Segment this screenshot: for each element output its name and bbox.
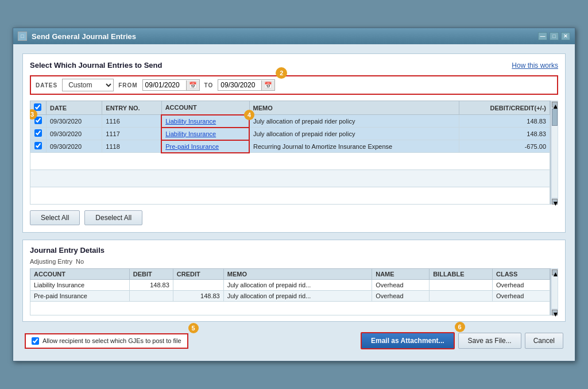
row3-checkbox[interactable]	[34, 142, 42, 149]
table-row-empty	[30, 187, 550, 205]
row1-check-cell: 3	[30, 115, 47, 128]
section-header: Select Which Journal Entries to Send How…	[30, 61, 558, 70]
detail-table: ACCOUNT DEBIT CREDIT MEMO NAME BILLABLE …	[30, 268, 550, 315]
cancel-button[interactable]: Cancel	[525, 333, 563, 349]
from-calendar-icon[interactable]: 📅	[186, 80, 199, 90]
row2-account-link[interactable]: Liability Insurance	[165, 130, 216, 137]
email-attachment-button[interactable]: Email as Attachment...	[361, 332, 455, 349]
bottom-bar: 5 Allow recipient to select which GJEs t…	[22, 329, 566, 352]
row3-entryno: 1118	[102, 140, 161, 153]
detail-row-empty	[30, 302, 550, 315]
col-account: ACCOUNT	[30, 269, 130, 280]
close-button[interactable]: ✕	[561, 32, 570, 40]
row3-date: 09/30/2020	[47, 140, 102, 153]
to-date-wrap: 📅 2	[218, 79, 275, 91]
bottom-buttons: 6 Email as Attachment... Save as File...…	[361, 332, 563, 349]
deselect-all-button[interactable]: Deselect All	[84, 210, 142, 225]
table-row-empty	[30, 153, 550, 170]
table-btn-row: Select All Deselect All	[30, 210, 558, 225]
col-debit-header: DEBIT/CREDIT(+/-)	[459, 101, 550, 115]
adj-value: No	[76, 258, 84, 265]
row2-entryno: 1117	[102, 128, 161, 140]
col-memo-header: MEMO	[249, 101, 459, 115]
date-type-select[interactable]: Custom	[62, 79, 114, 91]
allow-recipient-checkbox[interactable]	[32, 337, 39, 345]
allow-check-label: Allow recipient to select which GJEs to …	[42, 337, 181, 344]
from-date-wrap: 📅	[142, 79, 200, 91]
row1-account: Liability Insurance 4	[161, 115, 249, 128]
d-row1-memo: July allocation of prepaid rid...	[223, 280, 372, 291]
row2-checkbox[interactable]	[34, 129, 42, 137]
adj-entry-row: Adjusting Entry No	[30, 258, 558, 265]
badge-4: 4	[244, 110, 254, 120]
details-section: Journal Entry Details Adjusting Entry No…	[22, 240, 566, 322]
d-row2-billable	[430, 291, 493, 302]
detail-scroll-up[interactable]: ▲	[552, 269, 558, 275]
detail-scroll-area: ACCOUNT DEBIT CREDIT MEMO NAME BILLABLE …	[30, 268, 550, 315]
d-row1-name: Overhead	[372, 280, 430, 291]
dates-label: DATES	[36, 82, 57, 88]
detail-scroll-down[interactable]: ▼	[552, 310, 558, 315]
table-row-empty	[30, 170, 550, 187]
d-row2-account: Pre-paid Insurance	[30, 291, 130, 302]
col-memo: MEMO	[223, 269, 372, 280]
detail-row: Pre-paid Insurance 148.83 July allocatio…	[30, 291, 550, 302]
d-row1-debit: 148.83	[129, 280, 173, 291]
minimize-button[interactable]: —	[538, 32, 547, 40]
row3-memo: Recurring Journal to Amortize Insurance …	[249, 140, 459, 153]
row2-account: Liability Insurance	[161, 128, 249, 140]
to-label: TO	[204, 82, 214, 88]
d-row1-account: Liability Insurance	[30, 280, 130, 291]
d-row2-debit	[129, 291, 173, 302]
save-file-button[interactable]: Save as File...	[458, 333, 521, 349]
entries-table: DATE ENTRY NO. ACCOUNT MEMO DEBIT/CREDIT…	[30, 101, 550, 205]
title-bar-left: □ Send General Journal Entries	[18, 32, 136, 41]
row3-account-link[interactable]: Pre-paid Insurance	[165, 143, 219, 150]
email-btn-wrap: 6 Email as Attachment...	[361, 332, 455, 349]
main-content: Select Which Journal Entries to Send How…	[13, 44, 575, 361]
detail-row: Liability Insurance 148.83 July allocati…	[30, 280, 550, 291]
d-row1-billable	[430, 280, 493, 291]
from-date-input[interactable]	[143, 80, 186, 90]
scroll-down[interactable]: ▼	[552, 199, 558, 205]
d-row1-class: Overhead	[493, 280, 550, 291]
table-scroll-area: DATE ENTRY NO. ACCOUNT MEMO DEBIT/CREDIT…	[30, 101, 550, 205]
col-entryno-header: ENTRY NO.	[102, 101, 161, 115]
row2-date: 09/30/2020	[47, 128, 102, 140]
col-account-header: ACCOUNT	[161, 101, 249, 115]
title-bar-controls: — □ ✕	[538, 32, 570, 40]
select-all-button[interactable]: Select All	[30, 210, 80, 225]
row1-debit: 148.83	[459, 115, 550, 128]
detail-table-wrapper: ACCOUNT DEBIT CREDIT MEMO NAME BILLABLE …	[30, 268, 558, 315]
row1-account-link[interactable]: Liability Insurance	[165, 118, 216, 125]
scroll-thumb[interactable]	[552, 109, 558, 126]
scroll-track	[552, 109, 558, 198]
detail-scrollbar[interactable]: ▲ ▼	[550, 268, 558, 315]
allow-check-wrap-outer: 5 Allow recipient to select which GJEs t…	[25, 333, 188, 349]
col-billable: BILLABLE	[430, 269, 493, 280]
window-title: Send General Journal Entries	[32, 32, 136, 41]
dates-group: DATES Custom FROM 📅 TO 📅 2	[30, 75, 558, 95]
from-label: FROM	[118, 82, 137, 88]
d-row1-credit	[173, 280, 223, 291]
row3-check-cell	[30, 140, 47, 153]
section-title: Select Which Journal Entries to Send	[30, 61, 162, 70]
row1-entryno: 1116	[102, 115, 161, 128]
maximize-button[interactable]: □	[550, 32, 559, 40]
to-calendar-icon[interactable]: 📅	[261, 80, 274, 90]
d-row2-class: Overhead	[493, 291, 550, 302]
to-date-input[interactable]	[218, 80, 261, 90]
how-this-works-link[interactable]: How this works	[512, 61, 558, 70]
badge-2: 2	[276, 67, 287, 79]
d-row2-memo: July allocation of prepaid rid...	[223, 291, 372, 302]
scroll-up[interactable]: ▲	[552, 102, 558, 107]
row2-check-cell	[30, 128, 47, 140]
allow-check-group: Allow recipient to select which GJEs to …	[25, 333, 188, 349]
col-credit: CREDIT	[173, 269, 223, 280]
entries-scrollbar[interactable]: ▲ ▼	[550, 101, 558, 205]
details-title: Journal Entry Details	[30, 246, 558, 255]
col-debit: DEBIT	[129, 269, 173, 280]
row2-debit: 148.83	[459, 128, 550, 140]
col-class: CLASS	[493, 269, 550, 280]
table-container: DATE ENTRY NO. ACCOUNT MEMO DEBIT/CREDIT…	[30, 101, 558, 205]
